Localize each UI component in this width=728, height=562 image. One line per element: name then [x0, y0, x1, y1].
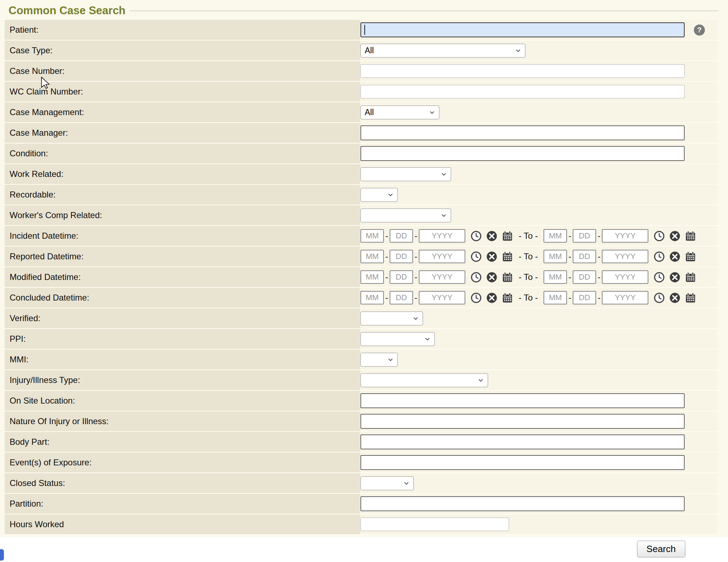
time-picker-icon[interactable]	[654, 251, 665, 262]
calendar-icon[interactable]	[502, 292, 513, 303]
patient-input[interactable]	[360, 22, 685, 37]
reported-to-day-input[interactable]	[573, 250, 596, 263]
work-related-select[interactable]	[360, 167, 451, 181]
case-type-select[interactable]: All	[360, 44, 525, 58]
calendar-icon[interactable]	[502, 231, 513, 242]
incident-from-year-input[interactable]	[419, 229, 465, 243]
concluded-to-day-input[interactable]	[573, 291, 596, 304]
partition-input[interactable]	[360, 496, 685, 511]
calendar-icon[interactable]	[502, 251, 513, 262]
case-number-input[interactable]	[360, 64, 685, 78]
clear-date-icon[interactable]	[486, 251, 497, 262]
calendar-icon[interactable]	[685, 251, 696, 262]
modified-to-year-input[interactable]	[602, 270, 648, 284]
incident-from-day-input[interactable]	[390, 229, 413, 243]
reported-from-date-group: - -	[360, 250, 513, 263]
to-separator: - To -	[519, 231, 538, 241]
row-concluded-datetime: Concluded Datetime: - - - To -	[5, 288, 717, 308]
chevron-down-icon	[477, 377, 485, 384]
closed-status-label: Closed Status:	[5, 473, 360, 493]
modified-from-day-input[interactable]	[390, 270, 413, 284]
work-related-label: Work Related:	[5, 164, 360, 184]
mmi-select[interactable]	[360, 353, 398, 367]
case-management-label: Case Management:	[5, 102, 360, 122]
injury-illness-type-select[interactable]	[360, 373, 488, 387]
time-picker-icon[interactable]	[654, 292, 665, 303]
to-separator: - To -	[519, 293, 538, 303]
calendar-icon[interactable]	[685, 272, 696, 283]
row-body-part: Body Part:	[5, 432, 717, 453]
incident-to-date-group: - -	[544, 229, 696, 243]
concluded-to-month-input[interactable]	[544, 291, 567, 304]
clear-date-icon[interactable]	[669, 231, 680, 242]
concluded-to-year-input[interactable]	[602, 291, 648, 304]
clear-date-icon[interactable]	[486, 292, 497, 303]
calendar-icon[interactable]	[685, 292, 696, 303]
body-part-input[interactable]	[360, 434, 685, 449]
row-events-of-exposure: Event(s) of Exposure:	[5, 453, 717, 473]
case-management-select[interactable]: All	[360, 106, 439, 119]
incident-to-month-input[interactable]	[544, 229, 567, 243]
clear-date-icon[interactable]	[486, 231, 497, 242]
date-dash: -	[414, 231, 417, 241]
reported-from-month-input[interactable]	[360, 250, 384, 263]
clear-date-icon[interactable]	[669, 292, 680, 303]
incident-from-month-input[interactable]	[360, 229, 384, 243]
nature-of-injury-input[interactable]	[360, 414, 685, 429]
help-icon[interactable]: ?	[694, 25, 705, 36]
concluded-from-day-input[interactable]	[390, 291, 413, 304]
chevron-down-icon	[428, 109, 436, 116]
concluded-from-year-input[interactable]	[419, 291, 465, 304]
calendar-icon[interactable]	[502, 272, 513, 283]
row-partition: Partition:	[5, 494, 717, 514]
closed-status-select[interactable]	[360, 476, 414, 490]
time-picker-icon[interactable]	[471, 231, 482, 242]
modified-datetime-label: Modified Datetime:	[5, 267, 360, 287]
modified-to-month-input[interactable]	[544, 270, 567, 284]
mmi-label: MMI:	[5, 350, 360, 369]
time-picker-icon[interactable]	[654, 272, 665, 283]
row-case-type: Case Type: All	[5, 40, 717, 61]
time-picker-icon[interactable]	[471, 292, 482, 303]
concluded-from-month-input[interactable]	[360, 291, 384, 304]
legend-line	[130, 11, 718, 11]
time-picker-icon[interactable]	[471, 272, 482, 283]
row-recordable: Recordable:	[5, 185, 717, 205]
ppi-select[interactable]	[360, 332, 435, 346]
time-picker-icon[interactable]	[654, 231, 665, 242]
reported-from-year-input[interactable]	[419, 250, 465, 263]
case-manager-input[interactable]	[360, 125, 685, 140]
reported-to-year-input[interactable]	[602, 250, 648, 263]
clear-date-icon[interactable]	[669, 251, 680, 262]
row-nature-of-injury: Nature Of Injury or Illness:	[5, 411, 717, 432]
wc-claim-number-input[interactable]	[360, 85, 685, 98]
modified-to-day-input[interactable]	[573, 270, 596, 284]
workers-comp-related-select[interactable]	[360, 209, 451, 222]
modified-from-month-input[interactable]	[360, 270, 384, 284]
time-picker-icon[interactable]	[471, 251, 482, 262]
modified-from-year-input[interactable]	[419, 270, 465, 284]
nature-of-injury-label: Nature Of Injury or Illness:	[5, 411, 360, 431]
date-dash: -	[568, 252, 571, 261]
ppi-label: PPI:	[5, 329, 360, 349]
verified-select[interactable]	[360, 312, 423, 325]
hours-worked-input[interactable]	[360, 518, 509, 531]
incident-to-day-input[interactable]	[573, 229, 596, 243]
incident-to-year-input[interactable]	[602, 229, 648, 243]
events-of-exposure-input[interactable]	[360, 455, 685, 470]
date-dash: -	[598, 293, 600, 303]
incident-datetime-label: Incident Datetime:	[5, 226, 360, 246]
row-hours-worked: Hours Worked	[5, 514, 717, 535]
reported-to-month-input[interactable]	[544, 250, 567, 263]
on-site-location-input[interactable]	[360, 393, 685, 408]
events-of-exposure-label: Event(s) of Exposure:	[5, 453, 360, 472]
form-actions: Search	[0, 537, 728, 562]
recordable-select[interactable]	[360, 188, 398, 202]
reported-from-day-input[interactable]	[390, 250, 413, 263]
clear-date-icon[interactable]	[486, 272, 497, 283]
date-dash: -	[598, 272, 600, 282]
search-button[interactable]: Search	[637, 541, 685, 557]
calendar-icon[interactable]	[685, 231, 696, 242]
clear-date-icon[interactable]	[669, 272, 680, 283]
condition-input[interactable]	[360, 146, 685, 161]
